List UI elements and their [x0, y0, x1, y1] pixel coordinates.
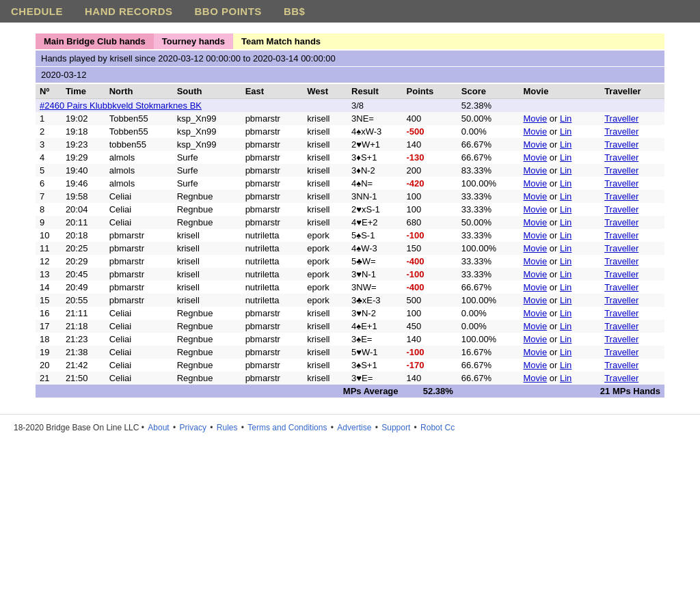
footer-support[interactable]: Support: [381, 423, 410, 432]
movie-link[interactable]: Movie: [524, 139, 548, 150]
lin-link[interactable]: Lin: [560, 139, 571, 150]
lin-link[interactable]: Lin: [560, 178, 571, 189]
traveller-link[interactable]: Traveller: [604, 373, 638, 383]
traveller-link[interactable]: Traveller: [604, 282, 638, 292]
cell-score: 33.33%: [457, 190, 520, 203]
lin-link[interactable]: Lin: [560, 282, 571, 292]
lin-link[interactable]: Lin: [560, 360, 571, 370]
traveller-link[interactable]: Traveller: [604, 347, 638, 357]
movie-link[interactable]: Movie: [524, 152, 548, 163]
cell-score: 66.67%: [457, 359, 520, 372]
movie-link[interactable]: Movie: [524, 113, 548, 124]
cell-result: 5♥W-1: [347, 346, 403, 359]
cell-time: 20:25: [62, 242, 105, 255]
traveller-link[interactable]: Traveller: [604, 204, 638, 214]
lin-link[interactable]: Lin: [560, 321, 571, 331]
footer-rules[interactable]: Rules: [217, 423, 238, 432]
traveller-link[interactable]: Traveller: [604, 295, 638, 305]
movie-link[interactable]: Movie: [524, 295, 548, 305]
movie-link[interactable]: Movie: [524, 165, 548, 176]
cell-east: nutriletta: [241, 229, 304, 242]
cell-num: 4: [36, 151, 62, 164]
lin-link[interactable]: Lin: [560, 152, 571, 163]
footer-copyright: 18-2020 Bridge Base On Line LLC: [14, 423, 139, 432]
nav-hand-records[interactable]: HAND RECORDS: [85, 5, 173, 17]
traveller-link[interactable]: Traveller: [604, 256, 638, 266]
cell-north: Celiai: [105, 359, 173, 372]
cell-score: 50.00%: [457, 112, 520, 125]
movie-link[interactable]: Movie: [524, 126, 548, 137]
lin-link[interactable]: Lin: [560, 113, 571, 124]
lin-link[interactable]: Lin: [560, 295, 571, 305]
footer-robot[interactable]: Robot Cc: [420, 423, 455, 432]
lin-link[interactable]: Lin: [560, 347, 571, 357]
table-row: 9 20:11 Celiai Regnbue pbmarstr krisell …: [36, 216, 664, 229]
traveller-link[interactable]: Traveller: [604, 230, 638, 240]
footer-terms[interactable]: Terms and Conditions: [247, 423, 327, 432]
nav-bbs[interactable]: BB$: [284, 5, 306, 17]
lin-link[interactable]: Lin: [560, 308, 571, 318]
lin-link[interactable]: Lin: [560, 256, 571, 266]
movie-link[interactable]: Movie: [524, 373, 548, 383]
movie-link[interactable]: Movie: [524, 191, 548, 202]
cell-west: krisell: [303, 164, 347, 177]
lin-link[interactable]: Lin: [560, 217, 571, 227]
cell-result: 2♥xS-1: [347, 203, 403, 216]
lin-link[interactable]: Lin: [560, 204, 571, 214]
nav-schedule[interactable]: CHEDULE: [11, 5, 63, 17]
lin-link[interactable]: Lin: [560, 126, 571, 137]
traveller-link[interactable]: Traveller: [604, 126, 638, 137]
lin-link[interactable]: Lin: [560, 269, 571, 279]
lin-link[interactable]: Lin: [560, 165, 571, 176]
lin-link[interactable]: Lin: [560, 230, 571, 240]
cell-movie: Movie or Lin: [520, 190, 601, 203]
lin-link[interactable]: Lin: [560, 191, 571, 202]
traveller-link[interactable]: Traveller: [604, 217, 638, 227]
cell-points: 400: [403, 112, 457, 125]
movie-link[interactable]: Movie: [524, 178, 548, 189]
footer-privacy[interactable]: Privacy: [180, 423, 206, 432]
traveller-link[interactable]: Traveller: [604, 139, 638, 150]
cell-west: epork: [303, 242, 347, 255]
traveller-link[interactable]: Traveller: [604, 191, 638, 202]
movie-link[interactable]: Movie: [524, 269, 548, 279]
lin-link[interactable]: Lin: [560, 373, 571, 383]
traveller-link[interactable]: Traveller: [604, 178, 638, 189]
traveller-link[interactable]: Traveller: [604, 152, 638, 163]
lin-link[interactable]: Lin: [560, 243, 571, 253]
traveller-link[interactable]: Traveller: [604, 113, 638, 124]
movie-link[interactable]: Movie: [524, 334, 548, 344]
footer-about[interactable]: About: [148, 423, 169, 432]
section-link[interactable]: #2460 Pairs Klubbkveld Stokmarknes BK: [40, 100, 202, 111]
movie-link[interactable]: Movie: [524, 243, 548, 253]
movie-link[interactable]: Movie: [524, 321, 548, 331]
traveller-link[interactable]: Traveller: [604, 321, 638, 331]
traveller-link[interactable]: Traveller: [604, 308, 638, 318]
cell-south: Surfe: [173, 164, 241, 177]
movie-link[interactable]: Movie: [524, 204, 548, 214]
table-row: 20 21:42 Celiai Regnbue pbmarstr krisell…: [36, 359, 664, 372]
traveller-link[interactable]: Traveller: [604, 269, 638, 279]
cell-num: 18: [36, 333, 62, 346]
movie-link[interactable]: Movie: [524, 256, 548, 266]
traveller-link[interactable]: Traveller: [604, 334, 638, 344]
movie-link[interactable]: Movie: [524, 282, 548, 292]
traveller-link[interactable]: Traveller: [604, 165, 638, 176]
lin-link[interactable]: Lin: [560, 334, 571, 344]
cell-traveller: Traveller: [600, 268, 664, 281]
section-link-cell[interactable]: #2460 Pairs Klubbkveld Stokmarknes BK: [36, 99, 347, 113]
cell-time: 20:49: [62, 281, 105, 294]
movie-link[interactable]: Movie: [524, 217, 548, 227]
cell-south: krisell: [173, 268, 241, 281]
movie-link[interactable]: Movie: [524, 230, 548, 240]
traveller-link[interactable]: Traveller: [604, 243, 638, 253]
movie-link[interactable]: Movie: [524, 347, 548, 357]
movie-link[interactable]: Movie: [524, 308, 548, 318]
points-value: 100: [407, 204, 422, 214]
cell-west: krisell: [303, 372, 347, 385]
movie-link[interactable]: Movie: [524, 360, 548, 370]
traveller-link[interactable]: Traveller: [604, 360, 638, 370]
cell-movie: Movie or Lin: [520, 294, 601, 307]
nav-bbo-points[interactable]: BBO POINTS: [195, 5, 262, 17]
footer-advertise[interactable]: Advertise: [337, 423, 371, 432]
